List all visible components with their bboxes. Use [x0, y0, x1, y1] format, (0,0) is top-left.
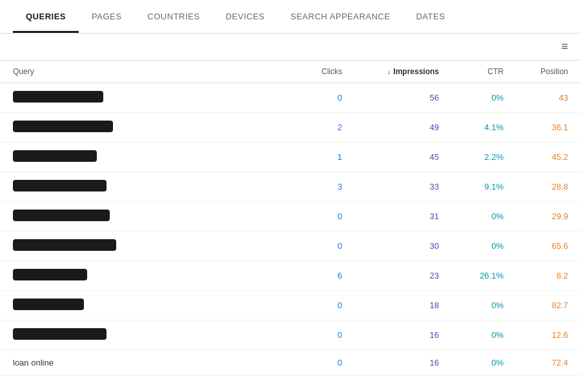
ctr-value: 2.2% [439, 152, 504, 162]
col-header-query: Query [13, 67, 265, 76]
query-cell [13, 121, 265, 134]
table-row: 0160%12.6 [0, 320, 581, 350]
table-row: 62326.1%8.2 [0, 261, 581, 291]
impressions-value: 18 [342, 300, 439, 310]
impressions-value: 30 [342, 241, 439, 251]
query-cell [13, 91, 265, 104]
position-value: 36.1 [504, 122, 568, 132]
impressions-value: 49 [342, 122, 439, 132]
col-header-impressions[interactable]: ↓ Impressions [342, 67, 439, 76]
query-cell [13, 328, 265, 342]
clicks-value: 0 [265, 300, 342, 310]
tab-search-appearance[interactable]: SEARCH APPEARANCE [278, 0, 403, 33]
tab-queries[interactable]: QUERIES [13, 0, 79, 33]
table-row: 0310%29.9 [0, 202, 581, 231]
col-header-position: Position [504, 67, 568, 76]
position-value: 28.8 [504, 182, 568, 191]
position-value: 43 [504, 93, 568, 103]
position-value: 65.6 [504, 241, 568, 251]
col-header-ctr: CTR [439, 67, 504, 76]
ctr-value: 0% [439, 330, 504, 340]
sort-arrow-icon: ↓ [387, 68, 391, 75]
clicks-value: 0 [265, 93, 342, 103]
clicks-value: 3 [265, 182, 342, 191]
ctr-value: 9.1% [439, 182, 504, 191]
query-cell [13, 299, 265, 312]
impressions-value: 16 [342, 330, 439, 340]
filter-bar: ≡ [0, 34, 581, 61]
ctr-value: 0% [439, 93, 504, 103]
query-redacted-bar [13, 328, 107, 340]
position-value: 72.4 [504, 358, 568, 368]
table-row: 3339.1%28.8 [0, 172, 581, 202]
ctr-value: 26.1% [439, 271, 504, 280]
query-redacted-bar [13, 150, 97, 162]
query-cell [13, 269, 265, 282]
table-header: Query Clicks ↓ Impressions CTR Position [0, 61, 581, 83]
query-redacted-bar [13, 210, 110, 221]
tab-dates[interactable]: DATES [403, 0, 458, 33]
impressions-value: 33 [342, 182, 439, 191]
position-value: 8.2 [504, 271, 568, 280]
query-redacted-bar [13, 299, 84, 310]
clicks-value: 1 [265, 152, 342, 162]
query-redacted-bar [13, 91, 103, 103]
position-value: 29.9 [504, 211, 568, 221]
table-row: 0560%43 [0, 83, 581, 113]
clicks-value: 2 [265, 122, 342, 132]
ctr-value: 0% [439, 358, 504, 368]
tab-countries[interactable]: COUNTRIES [134, 0, 212, 33]
clicks-value: 0 [265, 358, 342, 368]
table-row: loan online0160%72.4 [0, 350, 581, 376]
table-container: Query Clicks ↓ Impressions CTR Position … [0, 61, 581, 376]
impressions-value: 23 [342, 271, 439, 280]
impressions-value: 45 [342, 152, 439, 162]
tab-devices[interactable]: DEVICES [212, 0, 278, 33]
impressions-value: 31 [342, 211, 439, 221]
tabs-bar: QUERIESPAGESCOUNTRIESDEVICESSEARCH APPEA… [0, 0, 581, 34]
position-value: 82.7 [504, 300, 568, 310]
ctr-value: 4.1% [439, 122, 504, 132]
query-redacted-bar [13, 180, 107, 191]
col-header-clicks: Clicks [265, 67, 342, 76]
query-cell [13, 150, 265, 164]
ctr-value: 0% [439, 211, 504, 221]
position-value: 45.2 [504, 152, 568, 162]
query-cell: loan online [13, 358, 265, 368]
query-text: loan online [13, 358, 54, 368]
table-row: 1452.2%45.2 [0, 142, 581, 172]
impressions-value: 56 [342, 93, 439, 103]
query-cell [13, 239, 265, 253]
table-row: 0300%65.6 [0, 231, 581, 261]
filter-icon[interactable]: ≡ [561, 40, 568, 54]
clicks-value: 0 [265, 330, 342, 340]
query-redacted-bar [13, 269, 87, 280]
impressions-value: 16 [342, 358, 439, 368]
query-cell [13, 210, 265, 223]
ctr-value: 0% [439, 241, 504, 251]
query-redacted-bar [13, 239, 116, 251]
table-row: 2494.1%36.1 [0, 113, 581, 142]
table-body: 0560%432494.1%36.11452.2%45.23339.1%28.8… [0, 83, 581, 376]
tab-pages[interactable]: PAGES [79, 0, 134, 33]
clicks-value: 0 [265, 211, 342, 221]
position-value: 12.6 [504, 330, 568, 340]
query-redacted-bar [13, 121, 113, 132]
ctr-value: 0% [439, 300, 504, 310]
query-cell [13, 180, 265, 193]
clicks-value: 6 [265, 271, 342, 280]
clicks-value: 0 [265, 241, 342, 251]
table-row: 0180%82.7 [0, 291, 581, 320]
